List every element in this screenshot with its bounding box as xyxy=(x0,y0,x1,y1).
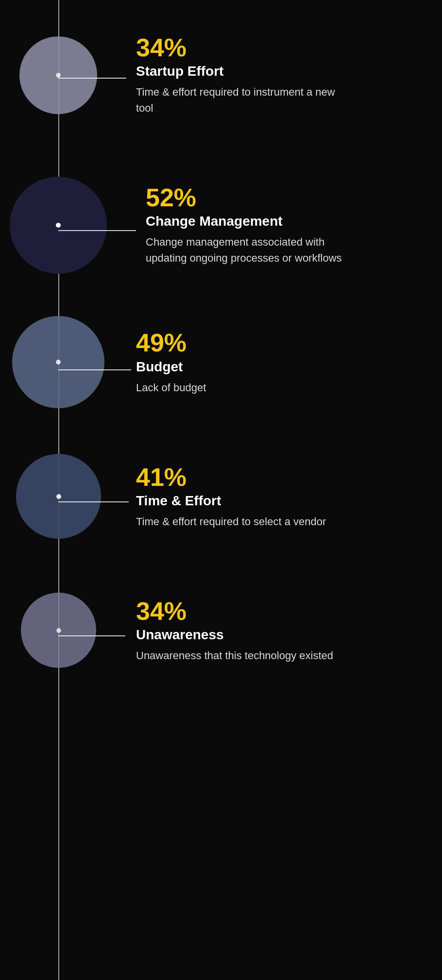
description-budget: Lack of budget xyxy=(136,380,206,396)
percentage-time-effort: 41% xyxy=(136,464,326,491)
text-block-time-effort: 41% Time & Effort Time & effort required… xyxy=(136,464,345,530)
title-startup-effort: Startup Effort xyxy=(136,64,340,79)
percentage-budget: 49% xyxy=(136,329,206,357)
description-time-effort: Time & effort required to select a vendo… xyxy=(136,514,326,530)
list-item: 41% Time & Effort Time & effort required… xyxy=(0,434,442,568)
circle-change-management xyxy=(10,177,107,274)
title-unawareness: Unawareness xyxy=(136,627,333,643)
text-block-unawareness: 34% Unawareness Unawareness that this te… xyxy=(136,598,353,664)
list-item: 49% Budget Lack of budget xyxy=(0,305,442,434)
list-item: 34% Startup Effort Time & effort require… xyxy=(0,0,442,155)
list-item: 52% Change Management Change management … xyxy=(0,155,442,305)
percentage-change-management: 52% xyxy=(146,184,350,212)
title-change-management: Change Management xyxy=(146,214,350,229)
description-unawareness: Unawareness that this technology existed xyxy=(136,648,333,664)
connector-unawareness xyxy=(58,635,125,636)
text-block-change-management: 52% Change Management Change management … xyxy=(146,184,369,266)
main-container: 34% Startup Effort Time & effort require… xyxy=(0,0,442,980)
connector-budget xyxy=(58,369,131,370)
title-time-effort: Time & Effort xyxy=(136,493,326,509)
text-block-startup-effort: 34% Startup Effort Time & effort require… xyxy=(136,34,359,116)
text-block-budget: 49% Budget Lack of budget xyxy=(136,329,225,395)
circle-startup-effort xyxy=(19,36,97,114)
percentage-startup-effort: 34% xyxy=(136,34,340,62)
connector-change-management xyxy=(58,230,136,231)
title-budget: Budget xyxy=(136,359,206,375)
connector-time-effort xyxy=(58,501,129,502)
circle-unawareness xyxy=(21,593,96,668)
circle-budget xyxy=(12,316,104,408)
circle-time-effort xyxy=(16,454,101,539)
description-startup-effort: Time & effort required to instrument a n… xyxy=(136,84,340,116)
list-item: 34% Unawareness Unawareness that this te… xyxy=(0,568,442,702)
percentage-unawareness: 34% xyxy=(136,598,333,625)
connector-startup-effort xyxy=(58,78,126,79)
description-change-management: Change management associated with updati… xyxy=(146,234,350,266)
